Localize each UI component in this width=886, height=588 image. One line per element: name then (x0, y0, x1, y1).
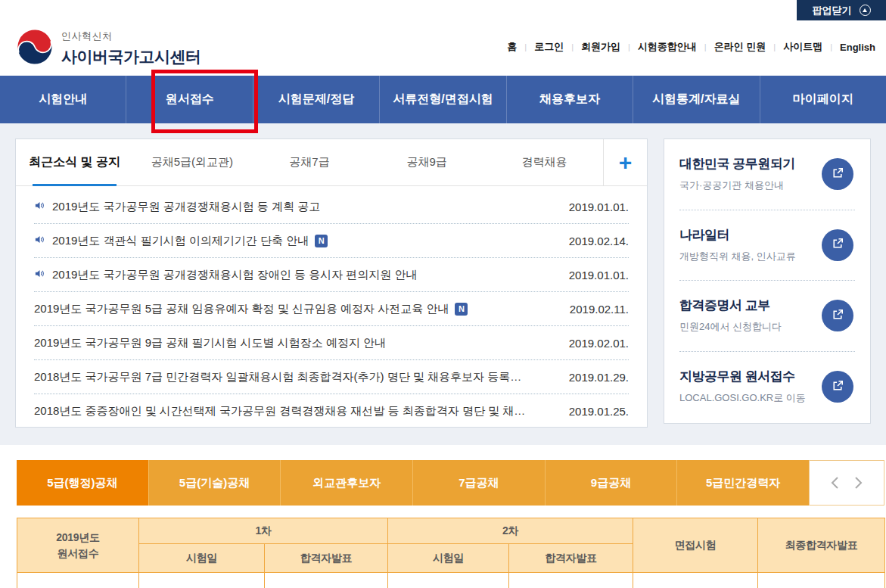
external-link-icon (831, 166, 845, 183)
main-nav-item[interactable]: 원서접수 (126, 76, 252, 123)
notice-list-item[interactable]: 2018년도 국가공무원 7급 민간경력자 일괄채용시험 최종합격자(추가) 명… (34, 360, 629, 394)
notice-date: 2019.01.01. (558, 201, 629, 213)
schedule-tab[interactable]: 외교관후보자 (280, 460, 412, 506)
table-header-year: 2019년도 원서접수 (17, 518, 139, 573)
notice-tab[interactable]: 공채5급(외교관) (133, 139, 250, 185)
utility-nav: 홈 로그인 회원가입 시험종합안내 온라인 민원 사이트맵 English (507, 40, 875, 54)
main-nav-item[interactable]: 서류전형/면접시험 (379, 76, 505, 123)
popup-close-label: 팝업닫기 (813, 4, 852, 17)
notice-list-item[interactable]: 2019년도 객관식 필기시험 이의제기기간 단축 안내 N 2019.02.1… (34, 224, 629, 258)
utility-link[interactable]: 로그인 (517, 40, 564, 54)
notice-tab[interactable]: 경력채용 (486, 139, 603, 185)
notice-list-item[interactable]: 2019년도 국가공무원 공개경쟁채용시험 장애인 등 응시자 편의지원 안내 … (34, 258, 629, 292)
table-header-interview: 면접시험 (633, 518, 758, 573)
schedule-tabbar: 5급(행정)공채 5급(기술)공채 외교관후보자 7급공채 9급공채 5급민간경… (17, 460, 884, 506)
notice-date: 2019.02.14. (558, 235, 629, 247)
popup-close-button[interactable]: 팝업닫기 (797, 0, 886, 20)
main-nav-item[interactable]: 채용후보자 (506, 76, 633, 123)
chevron-left-icon[interactable] (830, 476, 839, 490)
utility-link[interactable]: 온라인 민원 (697, 40, 766, 54)
main-nav-item[interactable]: 시험문제/정답 (253, 76, 379, 123)
notice-title: 2018년도 중증장애인 및 시간선택제 국가공무원 경력경쟁채용 재선발 등 … (34, 404, 525, 418)
notice-date: 2019.01.01. (558, 269, 629, 282)
quick-links-panel: 대한민국 공무원되기 국가·공공기관 채용안내 나라일터 개방형직위 채용, 인… (664, 138, 871, 424)
utility-link[interactable]: 홈 (507, 40, 517, 54)
external-link-button[interactable] (822, 300, 853, 331)
taegeuk-logo-icon (17, 29, 53, 68)
new-badge: N (455, 303, 468, 316)
plus-icon: + (619, 150, 633, 176)
quick-link-item[interactable]: 나라일터 개방형직위 채용, 인사교류 (679, 210, 855, 282)
notice-list-item[interactable]: 2019년도 국가공무원 5급 공채 임용유예자 확정 및 신규임용 예정자 사… (34, 292, 629, 326)
table-header-exam-date: 시험일 (139, 544, 265, 573)
quick-link-item[interactable]: 합격증명서 교부 민원24에서 신청합니다 (679, 281, 855, 352)
site-logo[interactable]: 인사혁신처 사이버국가고시센터 (17, 29, 201, 68)
main-nav-item[interactable]: 시험통계/자료실 (633, 76, 759, 123)
site-header: 인사혁신처 사이버국가고시센터 홈 로그인 회원가입 시험종합안내 온라인 민원… (0, 20, 886, 76)
arrow-up-circle-icon (860, 5, 871, 16)
schedule-table: 2019년도 원서접수 1차 2차 면접시험 최종합격자발표 시험일 합격자발표… (17, 518, 885, 588)
table-header-exam-date: 시험일 (388, 544, 509, 573)
notice-tab[interactable]: 최근소식 및 공지 (16, 139, 133, 185)
notice-panel: 최근소식 및 공지 공채5급(외교관) 공채7급 공채9급 경력채용 + (15, 138, 648, 428)
speaker-icon (34, 200, 45, 213)
notice-tab[interactable]: 공채9급 (368, 139, 486, 185)
notice-tab[interactable]: 공채7급 (250, 139, 368, 185)
utility-link[interactable]: 시험종합안내 (620, 40, 697, 54)
notice-list-item[interactable]: 2019년도 국가공무원 9급 공채 필기시험 시도별 시험장소 예정지 안내 … (34, 326, 629, 360)
table-row (17, 573, 885, 588)
notice-title: 2019년도 객관식 필기시험 이의제기기간 단축 안내 (52, 234, 309, 248)
external-link-icon (831, 378, 845, 396)
quick-link-item[interactable]: 대한민국 공무원되기 국가·공공기관 채용안내 (679, 139, 855, 210)
schedule-tab[interactable]: 7급공채 (412, 460, 545, 506)
quick-link-item[interactable]: 지방공무원 원서접수 LOCAL.GOSI.GO.KR로 이동 (679, 352, 855, 423)
main-nav-item[interactable]: 마이페이지 (760, 76, 886, 123)
schedule-tab[interactable]: 5급(행정)공채 (17, 460, 148, 506)
schedule-tab[interactable]: 5급민간경력자 (676, 460, 809, 506)
schedule-tab[interactable]: 5급(기술)공채 (148, 460, 281, 506)
speaker-icon (34, 268, 45, 282)
external-link-icon (831, 307, 845, 325)
speaker-icon (34, 234, 45, 247)
external-link-button[interactable] (822, 371, 853, 403)
chevron-right-icon[interactable] (854, 476, 863, 490)
schedule-tab-pager (809, 460, 884, 506)
notice-more-button[interactable]: + (603, 139, 647, 185)
external-link-icon (831, 236, 845, 254)
notice-tabbar: 최근소식 및 공지 공채5급(외교관) 공채7급 공채9급 경력채용 + (16, 139, 647, 186)
schedule-tab[interactable]: 9급공채 (545, 460, 677, 506)
notice-title: 2019년도 국가공무원 공개경쟁채용시험 장애인 등 응시자 편의지원 안내 (52, 268, 418, 282)
notice-list-item[interactable]: 2018년도 중증장애인 및 시간선택제 국가공무원 경력경쟁채용 재선발 등 … (34, 394, 629, 428)
table-header-pass-announce: 합격자발표 (265, 544, 388, 573)
notice-title: 2019년도 국가공무원 5급 공채 임용유예자 확정 및 신규임용 예정자 사… (34, 302, 449, 316)
notice-date: 2019.02.01. (558, 337, 629, 350)
table-header-final: 최종합격자발표 (758, 518, 885, 573)
notice-date: 2019.01.25. (558, 405, 629, 418)
utility-link[interactable]: 사이트맵 (766, 40, 822, 54)
notice-list-item[interactable]: 2019년도 국가공무원 공개경쟁채용시험 등 계획 공고 N 2019.01.… (34, 190, 629, 224)
notice-date: 2019.02.11. (559, 303, 629, 316)
notice-title: 2019년도 국가공무원 9급 공채 필기시험 시도별 시험장소 예정지 안내 (34, 336, 386, 350)
main-nav-item[interactable]: 시험안내 (0, 76, 126, 123)
external-link-button[interactable] (822, 229, 853, 261)
site-title: 사이버국가고시센터 (61, 46, 201, 67)
new-badge: N (315, 235, 328, 247)
table-header-pass-announce: 합격자발표 (509, 544, 633, 573)
utility-link[interactable]: 회원가입 (564, 40, 620, 54)
notice-title: 2019년도 국가공무원 공개경쟁채용시험 등 계획 공고 (52, 200, 320, 214)
agency-name: 인사혁신처 (61, 30, 201, 43)
table-header-round1: 1차 (139, 518, 388, 544)
utility-link[interactable]: English (822, 42, 875, 53)
notice-title: 2018년도 국가공무원 7급 민간경력자 일괄채용시험 최종합격자(추가) 명… (34, 370, 521, 384)
main-nav: 시험안내 원서접수 시험문제/정답 서류전형/면접시험 채용후보자 시험통계/자… (0, 76, 886, 123)
external-link-button[interactable] (822, 158, 853, 190)
notice-date: 2019.01.29. (558, 371, 629, 384)
notice-list: 2019년도 국가공무원 공개경쟁채용시험 등 계획 공고 N 2019.01.… (16, 186, 647, 428)
table-header-round2: 2차 (388, 518, 633, 544)
